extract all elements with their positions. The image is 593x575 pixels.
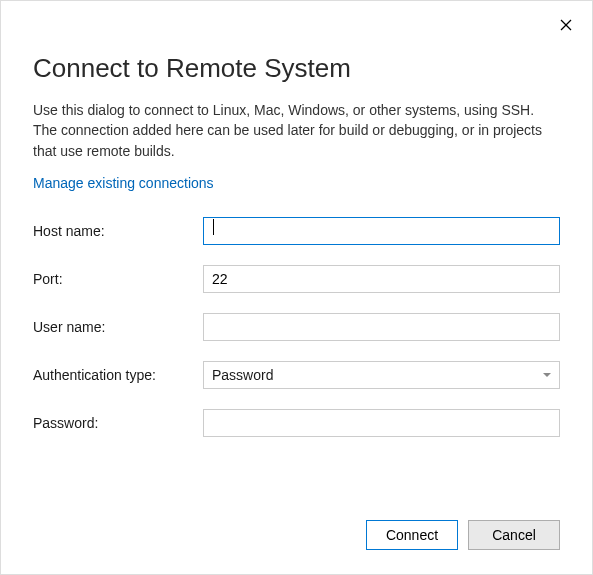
manage-connections-link[interactable]: Manage existing connections xyxy=(33,175,214,191)
port-input[interactable] xyxy=(203,265,560,293)
password-row: Password: xyxy=(33,409,560,437)
connect-remote-dialog: Connect to Remote System Use this dialog… xyxy=(0,0,593,575)
cancel-button[interactable]: Cancel xyxy=(468,520,560,550)
connection-form: Host name: Port: User name: Authenticati… xyxy=(33,217,560,437)
user-row: User name: xyxy=(33,313,560,341)
password-label: Password: xyxy=(33,415,203,431)
host-input[interactable] xyxy=(203,217,560,245)
connect-button[interactable]: Connect xyxy=(366,520,458,550)
dialog-description: Use this dialog to connect to Linux, Mac… xyxy=(33,100,560,161)
auth-type-value: Password xyxy=(212,367,273,383)
user-input[interactable] xyxy=(203,313,560,341)
user-label: User name: xyxy=(33,319,203,335)
close-button[interactable] xyxy=(556,15,576,35)
auth-label: Authentication type: xyxy=(33,367,203,383)
host-label: Host name: xyxy=(33,223,203,239)
text-cursor xyxy=(213,219,214,235)
host-row: Host name: xyxy=(33,217,560,245)
password-input[interactable] xyxy=(203,409,560,437)
auth-row: Authentication type: Password xyxy=(33,361,560,389)
close-icon xyxy=(560,19,572,31)
dialog-title: Connect to Remote System xyxy=(33,53,560,84)
port-label: Port: xyxy=(33,271,203,287)
port-row: Port: xyxy=(33,265,560,293)
dialog-buttons: Connect Cancel xyxy=(366,520,560,550)
chevron-down-icon xyxy=(543,373,551,377)
auth-type-select[interactable]: Password xyxy=(203,361,560,389)
